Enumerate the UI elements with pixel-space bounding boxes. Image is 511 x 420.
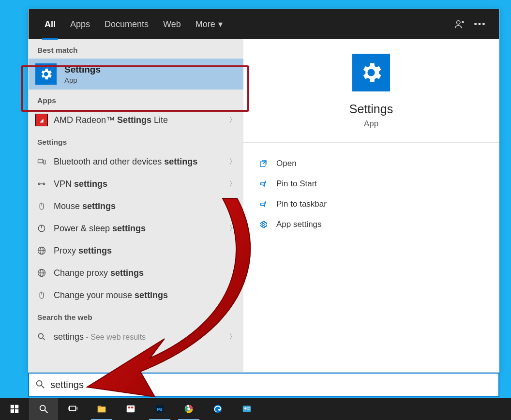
mouse-icon <box>35 289 48 301</box>
svg-rect-25 <box>11 409 14 413</box>
result-change-proxy-settings[interactable]: Change proxy settings <box>29 262 243 284</box>
result-power-sleep-settings[interactable]: Power & sleep settings 〉 <box>29 217 243 240</box>
task-view-button[interactable] <box>58 398 87 420</box>
devices-icon <box>35 155 48 168</box>
action-label: App settings <box>276 220 322 229</box>
taskbar-app-1[interactable] <box>116 398 145 420</box>
search-tab-bar: All Apps Documents Web More ▾ ••• <box>29 9 499 39</box>
taskbar-search-button[interactable] <box>29 398 58 420</box>
taskbar: Ps <box>0 398 511 420</box>
preview-pane: Settings App Open Pin to Start Pin to ta… <box>243 39 499 372</box>
action-pin-taskbar[interactable]: Pin to taskbar <box>258 194 484 214</box>
pin-icon <box>258 179 269 189</box>
svg-rect-34 <box>127 405 135 413</box>
amd-icon: ◢ <box>35 114 48 126</box>
result-label: Bluetooth and other devices settings <box>54 157 229 167</box>
action-label: Open <box>276 159 297 168</box>
svg-line-18 <box>43 338 45 340</box>
svg-point-17 <box>38 333 43 338</box>
photoshop-button[interactable]: Ps <box>145 398 174 420</box>
result-proxy-settings[interactable]: Proxy settings <box>29 240 243 262</box>
file-explorer-button[interactable] <box>87 398 116 420</box>
best-match-title: Settings <box>64 64 101 75</box>
chevron-right-icon: 〉 <box>229 157 237 167</box>
action-label: Pin to Start <box>276 179 317 189</box>
tab-documents-label: Documents <box>105 19 149 30</box>
best-match-result[interactable]: Settings App <box>29 59 243 90</box>
pin-icon <box>258 199 269 210</box>
tab-more[interactable]: More ▾ <box>188 9 230 39</box>
chrome-button[interactable] <box>174 398 203 420</box>
section-apps: Apps <box>29 90 243 109</box>
tab-documents[interactable]: Documents <box>97 9 156 39</box>
svg-rect-35 <box>128 406 131 408</box>
action-pin-start[interactable]: Pin to Start <box>258 174 484 194</box>
tab-web[interactable]: Web <box>156 9 188 39</box>
tab-more-label: More <box>195 19 215 30</box>
preview-subtitle: App <box>364 119 378 129</box>
search-input[interactable] <box>50 379 493 390</box>
chevron-right-icon: 〉 <box>229 179 237 189</box>
result-web-settings[interactable]: settings - See web results 〉 <box>29 326 243 348</box>
taskbar-app-2[interactable] <box>232 398 261 420</box>
svg-line-28 <box>45 410 48 413</box>
gear-icon <box>258 219 269 230</box>
tab-apps[interactable]: Apps <box>63 9 97 39</box>
globe-icon <box>35 244 48 257</box>
section-best-match: Best match <box>29 39 243 59</box>
action-label: Pin to taskbar <box>276 199 327 209</box>
search-icon <box>35 330 48 343</box>
results-left-column: Best match Settings App Apps ◢ AMD Radeo… <box>29 39 243 372</box>
feedback-icon[interactable] <box>450 9 470 39</box>
svg-rect-2 <box>44 160 45 164</box>
result-label: settings - See web results <box>54 332 229 342</box>
tab-apps-label: Apps <box>70 19 90 30</box>
svg-rect-45 <box>247 407 250 408</box>
chevron-right-icon: 〉 <box>229 115 237 125</box>
svg-rect-33 <box>98 406 101 408</box>
svg-line-22 <box>42 385 45 388</box>
search-input-bar[interactable] <box>28 373 499 397</box>
section-settings: Settings <box>29 131 243 150</box>
svg-rect-46 <box>247 409 250 409</box>
result-amd-radeon-settings-lite[interactable]: ◢ AMD Radeon™ Settings Lite 〉 <box>29 109 243 131</box>
globe-icon <box>35 267 48 279</box>
svg-rect-36 <box>131 406 134 408</box>
tab-web-label: Web <box>163 19 181 30</box>
action-open[interactable]: Open <box>258 153 484 174</box>
svg-rect-23 <box>11 405 14 408</box>
mouse-icon <box>35 200 48 212</box>
result-change-mouse-settings[interactable]: Change your mouse settings <box>29 284 243 306</box>
more-options-icon[interactable]: ••• <box>470 9 490 39</box>
svg-point-21 <box>37 380 42 386</box>
search-icon <box>35 379 45 391</box>
svg-rect-26 <box>15 409 18 413</box>
edge-button[interactable] <box>203 398 232 420</box>
svg-text:Ps: Ps <box>157 407 162 412</box>
svg-point-4 <box>43 183 45 184</box>
result-label: Mouse settings <box>54 201 229 211</box>
svg-point-3 <box>38 183 40 184</box>
svg-point-0 <box>457 21 460 24</box>
result-mouse-settings[interactable]: Mouse settings 〉 <box>29 195 243 217</box>
result-label: Proxy settings <box>54 246 237 256</box>
power-icon <box>35 222 48 235</box>
svg-point-44 <box>244 407 247 410</box>
gear-icon <box>352 54 390 91</box>
svg-point-20 <box>262 224 265 226</box>
svg-point-41 <box>187 407 190 410</box>
tab-all[interactable]: All <box>37 9 63 39</box>
chevron-right-icon: 〉 <box>229 201 237 211</box>
chevron-down-icon: ▾ <box>218 19 223 30</box>
gear-icon <box>35 63 57 85</box>
result-label: AMD Radeon™ Settings Lite <box>54 115 229 125</box>
svg-point-27 <box>40 405 45 411</box>
start-button[interactable] <box>0 398 29 420</box>
result-label: Power & sleep settings <box>54 224 229 234</box>
result-vpn-settings[interactable]: VPN settings 〉 <box>29 173 243 195</box>
search-results-panel: All Apps Documents Web More ▾ ••• Best m… <box>28 9 499 373</box>
preview-title: Settings <box>349 102 393 116</box>
vpn-icon <box>35 178 48 190</box>
result-bluetooth-devices-settings[interactable]: Bluetooth and other devices settings 〉 <box>29 150 243 173</box>
action-app-settings[interactable]: App settings <box>258 214 484 235</box>
